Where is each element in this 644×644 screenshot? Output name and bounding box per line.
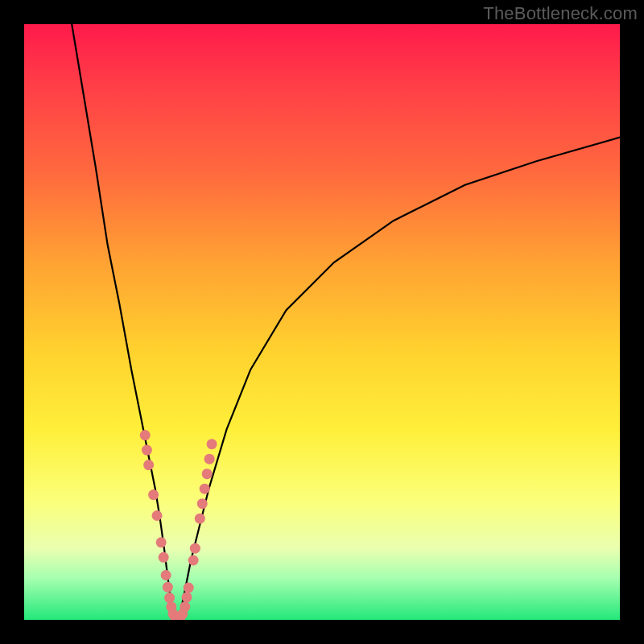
marker-dot	[140, 430, 151, 440]
marker-dot	[204, 454, 215, 464]
marker-dot	[148, 489, 159, 500]
marker-dot	[200, 484, 210, 494]
marker-dot	[190, 543, 200, 554]
marker-dot	[182, 592, 192, 602]
marker-dot	[142, 445, 152, 456]
plot-area	[24, 24, 620, 620]
marker-dot	[202, 469, 213, 479]
marker-dot	[163, 582, 173, 592]
highlight-markers	[140, 430, 217, 620]
curve-right-curve	[179, 138, 620, 620]
marker-dot	[207, 439, 217, 449]
bottleneck-curves	[72, 24, 620, 620]
marker-dot	[152, 510, 163, 521]
curve-layer	[24, 24, 620, 620]
marker-dot	[164, 592, 175, 603]
marker-dot	[197, 498, 208, 509]
curve-left-curve	[72, 24, 173, 620]
marker-dot	[180, 601, 190, 612]
marker-dot	[156, 537, 167, 547]
marker-dot	[143, 460, 154, 470]
chart-frame: TheBottleneck.com	[0, 0, 644, 644]
watermark-text: TheBottleneck.com	[483, 3, 638, 24]
marker-dot	[195, 514, 205, 524]
marker-dot	[161, 570, 171, 580]
marker-dot	[184, 583, 194, 593]
marker-dot	[188, 555, 199, 566]
marker-dot	[159, 552, 169, 563]
